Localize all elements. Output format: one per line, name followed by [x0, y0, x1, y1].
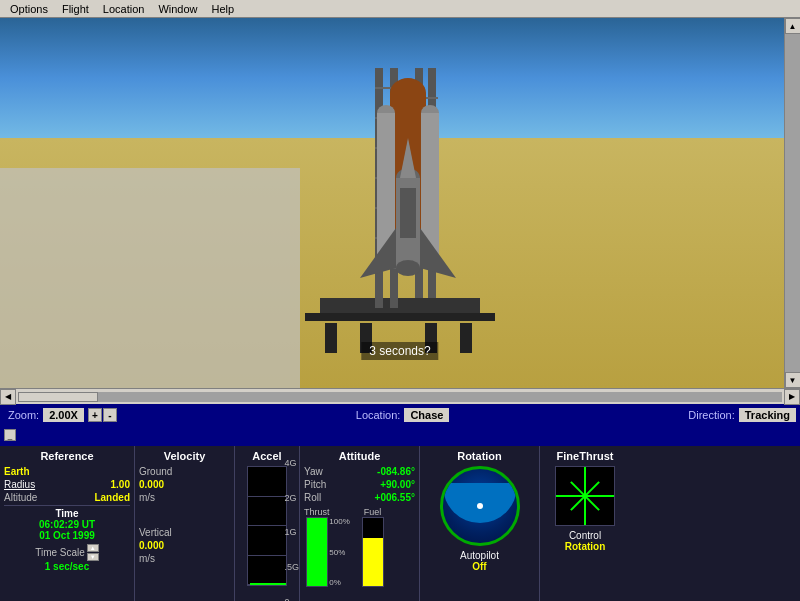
- roll-value: +006.55°: [375, 492, 415, 503]
- menu-flight[interactable]: Flight: [56, 2, 95, 16]
- thrust-100: 100%: [329, 517, 349, 526]
- radius-value: 1.00: [111, 479, 130, 490]
- svg-rect-1: [305, 313, 495, 321]
- viewport-scrollbar-right[interactable]: ▲ ▼: [784, 18, 800, 388]
- finethrust-panel: FineThrust Control Rotation: [540, 446, 630, 601]
- yaw-row: Yaw -084.86°: [304, 466, 415, 477]
- scroll-down-btn[interactable]: ▼: [785, 372, 801, 388]
- zoom-plus-btn[interactable]: +: [88, 408, 102, 422]
- instruments-titlebar: _: [0, 426, 800, 444]
- accel-labels: 4G 2G 1G .5G 0: [284, 446, 299, 601]
- altitude-label: Altitude: [4, 492, 37, 503]
- svg-point-34: [396, 260, 420, 276]
- time-date: 01 Oct 1999: [4, 530, 130, 541]
- timescale-value: 1 sec/sec: [4, 561, 130, 572]
- hscroll-track[interactable]: [18, 392, 782, 402]
- viewport: 3 seconds? ▲ ▼: [0, 18, 800, 388]
- rotation-header: Rotation: [424, 450, 535, 462]
- time-section: Time 06:02:29 UT 01 Oct 1999 Time Scale …: [4, 505, 130, 572]
- time-ut: 06:02:29 UT: [4, 519, 130, 530]
- ground-value: 0.000: [139, 479, 164, 490]
- control-label: Control: [544, 530, 626, 541]
- thrust-50: 50%: [329, 548, 349, 557]
- thrust-fuel-area: Thrust 100% 50% 0% Fuel: [304, 507, 415, 587]
- crosshair-display: [555, 466, 615, 526]
- location-value: Chase: [404, 408, 449, 422]
- roll-label: Roll: [304, 492, 321, 503]
- roll-row: Roll +006.55°: [304, 492, 415, 503]
- pitch-row: Pitch +90.00°: [304, 479, 415, 490]
- scroll-up-btn[interactable]: ▲: [785, 18, 801, 34]
- scroll-left-btn[interactable]: ◀: [0, 389, 16, 405]
- svg-rect-5: [460, 323, 472, 353]
- svg-rect-2: [325, 323, 337, 353]
- zoom-minus-btn[interactable]: -: [103, 408, 117, 422]
- velocity-header: Velocity: [139, 450, 230, 462]
- rotation-panel: Rotation Autopilot Off: [420, 446, 540, 601]
- ground-row: Ground: [139, 466, 230, 477]
- yaw-value: -084.86°: [377, 466, 415, 477]
- svg-rect-38: [400, 188, 416, 238]
- yaw-label: Yaw: [304, 466, 323, 477]
- ground-unit: m/s: [139, 492, 155, 503]
- fuel-bar-container: [362, 517, 384, 587]
- menu-location[interactable]: Location: [97, 2, 151, 16]
- location-label: Location:: [352, 409, 405, 421]
- inst-minimize-btn[interactable]: _: [4, 429, 16, 441]
- zoom-label: Zoom:: [4, 409, 43, 421]
- location-section: Location: Chase: [352, 404, 450, 426]
- timescale-up-btn[interactable]: ▲: [87, 544, 99, 552]
- fuel-label: Fuel: [364, 507, 382, 517]
- left-platform: [0, 168, 300, 388]
- timescale-buttons: ▲ ▼: [87, 544, 99, 561]
- attitude-panel: Attitude Yaw -084.86° Pitch +90.00° Roll…: [300, 446, 420, 601]
- scroll-track[interactable]: [785, 34, 801, 372]
- zoom-section: Zoom: 2.00X + -: [4, 404, 117, 426]
- accel-label-05g: .5G: [284, 562, 299, 572]
- thrust-group: Thrust 100% 50% 0%: [304, 507, 330, 587]
- countdown-text: 3 seconds?: [361, 342, 438, 360]
- gauge-center-dot: [477, 503, 483, 509]
- thrust-pct-labels: 100% 50% 0%: [329, 517, 349, 587]
- ground-unit-row: m/s: [139, 492, 230, 503]
- zoom-controls: + -: [88, 408, 117, 422]
- statusbar: Zoom: 2.00X + - Location: Chase Directio…: [0, 404, 800, 426]
- rotation-gauge: [440, 466, 520, 546]
- accel-bar: [250, 583, 286, 585]
- accel-chart: [247, 466, 287, 586]
- reference-panel: Reference Earth Radius 1.00 Altitude Lan…: [0, 446, 135, 601]
- attitude-header: Attitude: [304, 450, 415, 462]
- direction-section: Direction: Tracking: [684, 404, 796, 426]
- thrust-bar-container: [306, 517, 328, 587]
- menu-options[interactable]: Options: [4, 2, 54, 16]
- timescale-label: Time Scale: [35, 547, 85, 558]
- vertical-unit: m/s: [139, 553, 155, 564]
- radius-label: Radius: [4, 479, 35, 490]
- control-value: Rotation: [544, 541, 626, 552]
- thrust-bar-fill: [307, 518, 327, 586]
- pitch-value: +90.00°: [380, 479, 415, 490]
- vertical-row: Vertical: [139, 527, 230, 538]
- menu-window[interactable]: Window: [152, 2, 203, 16]
- vertical-unit-row: m/s: [139, 553, 230, 564]
- menu-help[interactable]: Help: [206, 2, 241, 16]
- fuel-group: Fuel: [362, 507, 384, 587]
- svg-rect-0: [320, 298, 480, 313]
- accel-label-1g: 1G: [284, 527, 299, 537]
- accel-label-4g: 4G: [284, 458, 299, 468]
- thrust-label: Thrust: [304, 507, 330, 517]
- viewport-scrollbar-bottom[interactable]: ◀ ▶: [0, 388, 800, 404]
- accel-label-0: 0: [284, 597, 299, 601]
- scroll-right-btn[interactable]: ▶: [784, 389, 800, 405]
- pitch-label: Pitch: [304, 479, 326, 490]
- reference-header: Reference: [4, 450, 130, 462]
- hscroll-thumb[interactable]: [18, 392, 98, 402]
- radius-row: Radius 1.00: [4, 479, 130, 490]
- menubar: Options Flight Location Window Help: [0, 0, 800, 18]
- timescale-down-btn[interactable]: ▼: [87, 553, 99, 561]
- altitude-row: Altitude Landed: [4, 492, 130, 503]
- launch-scene: [260, 48, 540, 358]
- autopilot-value: Off: [424, 561, 535, 572]
- velocity-panel: Velocity Ground 0.000 m/s Vertical 0.000…: [135, 446, 235, 601]
- vertical-value-row: 0.000: [139, 540, 230, 551]
